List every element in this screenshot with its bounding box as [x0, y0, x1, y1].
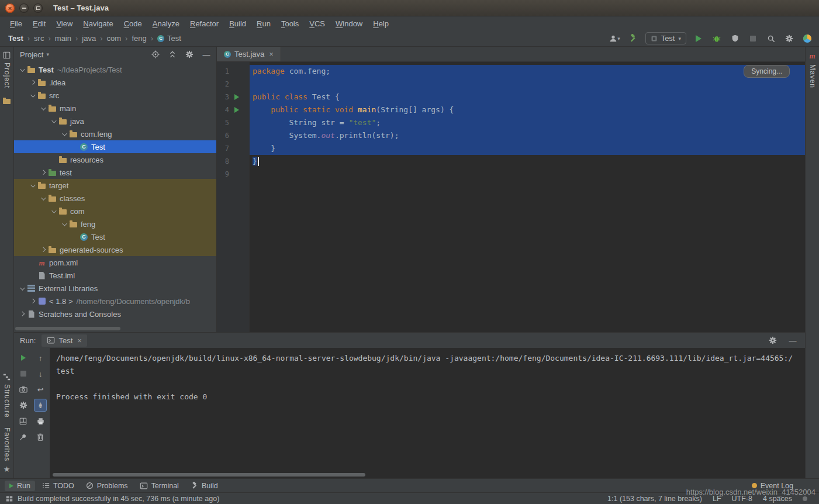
breadcrumb-item-com[interactable]: com: [107, 34, 122, 43]
menu-run[interactable]: Run: [251, 18, 276, 30]
run-line-icon[interactable]: [234, 107, 239, 113]
menu-file[interactable]: File: [5, 18, 27, 30]
tree-item-target[interactable]: target: [14, 179, 216, 192]
menu-build[interactable]: Build: [224, 18, 251, 30]
plugin-button[interactable]: [801, 32, 813, 45]
code-line-1[interactable]: 1package com.feng;: [217, 65, 805, 78]
menu-refactor[interactable]: Refactor: [185, 18, 224, 30]
run-settings-button[interactable]: [768, 335, 778, 346]
snapshot-button[interactable]: [17, 383, 30, 396]
menu-window[interactable]: Window: [330, 18, 368, 30]
line-separator[interactable]: LF: [713, 495, 721, 503]
tree-item-src[interactable]: src: [14, 89, 216, 102]
run-line-icon[interactable]: [234, 94, 239, 100]
breadcrumb-item-test[interactable]: Test: [8, 34, 23, 43]
menu-help[interactable]: Help: [368, 18, 394, 30]
chevron-right-icon[interactable]: [39, 171, 47, 174]
caret-position[interactable]: 1:1 (153 chars, 7 line breaks): [607, 495, 702, 503]
minimize-button[interactable]: [19, 4, 29, 13]
tree-item-scratches-and-consoles[interactable]: Scratches and Consoles: [14, 308, 216, 320]
chevron-down-icon[interactable]: [39, 106, 47, 110]
toolbar-tab-run[interactable]: Run: [5, 481, 35, 491]
user-menu-button[interactable]: ▾: [609, 32, 621, 45]
tool-button-maven[interactable]: m Maven: [808, 47, 817, 93]
toolbar-tab-build[interactable]: Build: [186, 481, 223, 491]
chevron-down-icon[interactable]: [49, 209, 58, 213]
console-scrollbar[interactable]: [53, 473, 365, 477]
settings-button[interactable]: [17, 399, 30, 412]
up-stack-trace-button[interactable]: ↑: [34, 351, 47, 364]
menu-vcs[interactable]: VCS: [304, 18, 330, 30]
breadcrumb-item-java[interactable]: java: [82, 34, 96, 43]
code-line-6[interactable]: 6 System.out.println(str);: [217, 129, 805, 142]
tree-item-java[interactable]: java: [14, 115, 216, 127]
tree-item-pom-xml[interactable]: mpom.xml: [14, 256, 216, 269]
chevron-down-icon[interactable]: [49, 119, 58, 123]
code-line-9[interactable]: 9: [217, 168, 805, 181]
run-tab-test[interactable]: Test ×: [42, 334, 87, 347]
tree-item-generated-sources[interactable]: generated-sources: [14, 243, 216, 256]
maximize-button[interactable]: [33, 4, 43, 13]
chevron-down-icon[interactable]: [39, 196, 47, 200]
coverage-button[interactable]: [729, 32, 741, 45]
menu-tools[interactable]: Tools: [276, 18, 304, 30]
chevron-down-icon[interactable]: [60, 132, 68, 136]
scroll-to-end-button[interactable]: ⇟: [34, 399, 47, 412]
rerun-button[interactable]: [17, 351, 30, 364]
down-stack-trace-button[interactable]: ↓: [34, 367, 47, 380]
chevron-right-icon[interactable]: [39, 248, 47, 251]
chevron-down-icon[interactable]: [28, 184, 37, 187]
file-encoding[interactable]: UTF-8: [732, 495, 752, 503]
tree-item-classes[interactable]: classes: [14, 192, 216, 205]
tab-close-icon[interactable]: ×: [77, 336, 82, 345]
soft-wrap-button[interactable]: ↩: [34, 383, 47, 396]
tree-item--idea[interactable]: .idea: [14, 76, 216, 89]
chevron-right-icon[interactable]: [28, 299, 37, 303]
pin-tab-button[interactable]: [17, 430, 30, 443]
code-line-4[interactable]: 4 public static void main(String[] args)…: [217, 103, 805, 116]
toolbar-tab-problems[interactable]: Problems: [81, 481, 133, 491]
project-panel-title[interactable]: Project ▾: [20, 50, 49, 59]
menu-analyze[interactable]: Analyze: [147, 18, 185, 30]
hide-run-panel-button[interactable]: —: [787, 335, 798, 346]
menu-navigate[interactable]: Navigate: [78, 18, 118, 30]
settings-button[interactable]: [783, 32, 795, 45]
tree-item-com[interactable]: com: [14, 205, 216, 218]
tree-item-feng[interactable]: feng: [14, 218, 216, 230]
tool-button-commander[interactable]: [3, 93, 11, 109]
chevron-right-icon[interactable]: [28, 81, 37, 84]
breadcrumb-item-main[interactable]: main: [55, 34, 71, 43]
close-button[interactable]: ×: [5, 4, 15, 13]
hide-panel-button[interactable]: —: [201, 49, 212, 60]
menu-edit[interactable]: Edit: [27, 18, 51, 30]
search-everywhere-button[interactable]: [765, 32, 777, 45]
tree-item-com-feng[interactable]: com.feng: [14, 127, 216, 140]
build-project-button[interactable]: [627, 32, 639, 45]
debug-button[interactable]: [711, 32, 723, 45]
code-line-5[interactable]: 5 String str = "test";: [217, 116, 805, 129]
project-scrollbar[interactable]: [15, 327, 120, 330]
tree-item-external-libraries[interactable]: External Libraries: [14, 282, 216, 295]
locate-file-button[interactable]: [150, 49, 161, 60]
toolbar-tab-todo[interactable]: TODO: [37, 481, 79, 491]
tool-button-project[interactable]: Project: [3, 47, 11, 93]
collapse-all-button[interactable]: [167, 49, 178, 60]
run-config-select[interactable]: Test ▾: [645, 32, 686, 44]
tree-item-test[interactable]: CTest: [14, 140, 216, 153]
tree-item-resources[interactable]: resources: [14, 153, 216, 166]
menu-code[interactable]: Code: [119, 18, 147, 30]
chevron-down-icon[interactable]: [28, 94, 37, 97]
editor-tab-test-java[interactable]: C Test.java ×: [217, 47, 281, 61]
tree-item-test[interactable]: Test~/IdeaProjects/Test: [14, 63, 216, 76]
code-line-8[interactable]: 8}: [217, 155, 805, 168]
code-line-2[interactable]: 2: [217, 78, 805, 91]
print-button[interactable]: [34, 415, 47, 427]
code-line-3[interactable]: 3public class Test {: [217, 91, 805, 103]
code-line-7[interactable]: 7 }: [217, 142, 805, 155]
chevron-down-icon[interactable]: [18, 286, 26, 290]
run-button[interactable]: [693, 32, 704, 45]
event-log-button[interactable]: Event Log: [752, 482, 793, 490]
tool-button-structure[interactable]: Structure: [3, 368, 11, 423]
tree-item--1-8-[interactable]: < 1.8 >/home/feng/Documents/openjdk/b: [14, 295, 216, 308]
toolbar-tab-terminal[interactable]: Terminal: [135, 481, 184, 491]
